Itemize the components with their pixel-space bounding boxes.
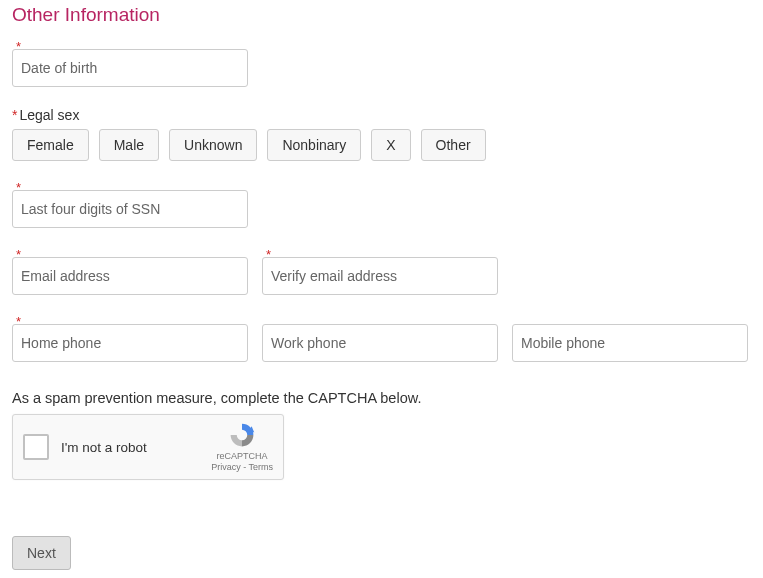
- legal-sex-options: Female Male Unknown Nonbinary X Other: [12, 129, 751, 161]
- captcha-checkbox[interactable]: [23, 434, 49, 460]
- captcha-widget: I'm not a robot reCAPTCHA Privacy - Term…: [12, 414, 284, 480]
- legal-sex-group: *Legal sex Female Male Unknown Nonbinary…: [12, 107, 751, 161]
- legal-sex-option-male[interactable]: Male: [99, 129, 159, 161]
- captcha-section: As a spam prevention measure, complete t…: [12, 390, 751, 480]
- work-phone-group: *: [262, 315, 498, 362]
- ssn-input[interactable]: [12, 190, 248, 228]
- required-marker: *: [12, 107, 17, 123]
- legal-sex-option-x[interactable]: X: [371, 129, 410, 161]
- section-title: Other Information: [12, 4, 751, 26]
- captcha-instruction: As a spam prevention measure, complete t…: [12, 390, 751, 406]
- captcha-privacy-link[interactable]: Privacy: [211, 462, 241, 472]
- verify-email-input[interactable]: [262, 257, 498, 295]
- dob-input[interactable]: [12, 49, 248, 87]
- legal-sex-label: Legal sex: [19, 107, 79, 123]
- home-phone-input[interactable]: [12, 324, 248, 362]
- recaptcha-icon: [227, 421, 257, 449]
- legal-sex-label-row: *Legal sex: [12, 107, 751, 123]
- legal-sex-option-nonbinary[interactable]: Nonbinary: [267, 129, 361, 161]
- dob-group: *: [12, 40, 751, 87]
- email-group: *: [12, 248, 248, 295]
- work-phone-input[interactable]: [262, 324, 498, 362]
- phones-row: * * *: [12, 315, 751, 362]
- legal-sex-option-unknown[interactable]: Unknown: [169, 129, 257, 161]
- ssn-group: *: [12, 181, 751, 228]
- captcha-branding: reCAPTCHA Privacy - Terms: [211, 421, 273, 473]
- captcha-checkbox-label: I'm not a robot: [61, 440, 211, 455]
- email-input[interactable]: [12, 257, 248, 295]
- mobile-phone-group: *: [512, 315, 748, 362]
- home-phone-group: *: [12, 315, 248, 362]
- legal-sex-option-other[interactable]: Other: [421, 129, 486, 161]
- captcha-brand-text: reCAPTCHA: [211, 451, 273, 462]
- mobile-phone-input[interactable]: [512, 324, 748, 362]
- email-row: * *: [12, 248, 751, 295]
- verify-email-group: *: [262, 248, 498, 295]
- legal-sex-option-female[interactable]: Female: [12, 129, 89, 161]
- captcha-terms-link[interactable]: Terms: [249, 462, 274, 472]
- next-button[interactable]: Next: [12, 536, 71, 570]
